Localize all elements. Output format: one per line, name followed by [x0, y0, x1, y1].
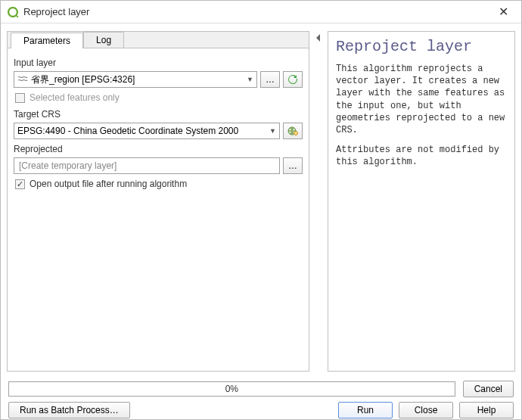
- run-button[interactable]: Run: [338, 402, 393, 418]
- titlebar: Reproject layer ✕: [1, 1, 521, 23]
- help-paragraph-2: Attributes are not modified by this algo…: [336, 144, 507, 168]
- input-layer-combo[interactable]: 省界_region [EPSG:4326] ▼: [14, 71, 257, 88]
- qgis-icon: [7, 6, 19, 18]
- chevron-down-icon: ▼: [247, 76, 253, 83]
- reload-button[interactable]: [283, 71, 303, 88]
- window-title: Reproject layer: [23, 6, 491, 17]
- crs-globe-icon: [287, 125, 299, 137]
- input-layer-label: Input layer: [14, 58, 303, 68]
- close-icon[interactable]: ✕: [491, 2, 515, 23]
- selected-features-checkbox: [15, 93, 25, 103]
- progress-text: 0%: [225, 384, 238, 394]
- reload-icon: [287, 74, 298, 85]
- chevron-down-icon: ▼: [269, 127, 276, 135]
- parameters-panel: Parameters Log Input layer 省界_region [EP…: [7, 31, 309, 372]
- crs-picker-button[interactable]: [283, 123, 303, 139]
- cancel-button[interactable]: Cancel: [463, 381, 514, 397]
- batch-button[interactable]: Run as Batch Process…: [8, 402, 130, 418]
- open-output-checkbox[interactable]: [15, 179, 25, 189]
- output-placeholder: [Create temporary layer]: [19, 160, 117, 171]
- close-button[interactable]: Close: [399, 402, 453, 418]
- output-browse-button[interactable]: …: [283, 157, 303, 174]
- layer-icon: [17, 75, 28, 84]
- target-crs-value: EPSG:4490 - China Geodetic Coordinate Sy…: [17, 126, 238, 136]
- tabs: Parameters Log: [8, 32, 309, 48]
- tab-log[interactable]: Log: [83, 32, 124, 48]
- selected-features-row: Selected features only: [15, 92, 303, 103]
- selected-features-label: Selected features only: [30, 92, 120, 103]
- help-paragraph-1: This algorithm reprojects a vector layer…: [336, 63, 507, 136]
- help-panel: Reproject layer This algorithm reproject…: [328, 31, 515, 372]
- target-crs-label: Target CRS: [14, 109, 303, 120]
- progress-bar: 0%: [8, 381, 455, 397]
- chevron-left-icon: [315, 34, 322, 42]
- collapse-toggle[interactable]: [314, 31, 323, 372]
- svg-point-1: [294, 132, 298, 135]
- input-layer-value: 省界_region [EPSG:4326]: [31, 73, 135, 86]
- tab-parameters[interactable]: Parameters: [11, 33, 83, 48]
- tab-content: Input layer 省界_region [EPSG:4326] ▼ … Se…: [8, 48, 309, 371]
- output-label: Reprojected: [14, 144, 303, 154]
- help-button[interactable]: Help: [459, 402, 514, 418]
- target-crs-combo[interactable]: EPSG:4490 - China Geodetic Coordinate Sy…: [14, 123, 280, 139]
- open-output-row: Open output file after running algorithm: [15, 179, 303, 189]
- help-title: Reproject layer: [336, 38, 507, 55]
- open-output-label: Open output file after running algorithm: [30, 179, 187, 189]
- output-field[interactable]: [Create temporary layer]: [14, 157, 280, 174]
- footer: 0% Cancel Run as Batch Process… Run Clos…: [1, 376, 521, 420]
- input-layer-browse-button[interactable]: …: [260, 71, 280, 88]
- content-area: Parameters Log Input layer 省界_region [EP…: [1, 23, 521, 376]
